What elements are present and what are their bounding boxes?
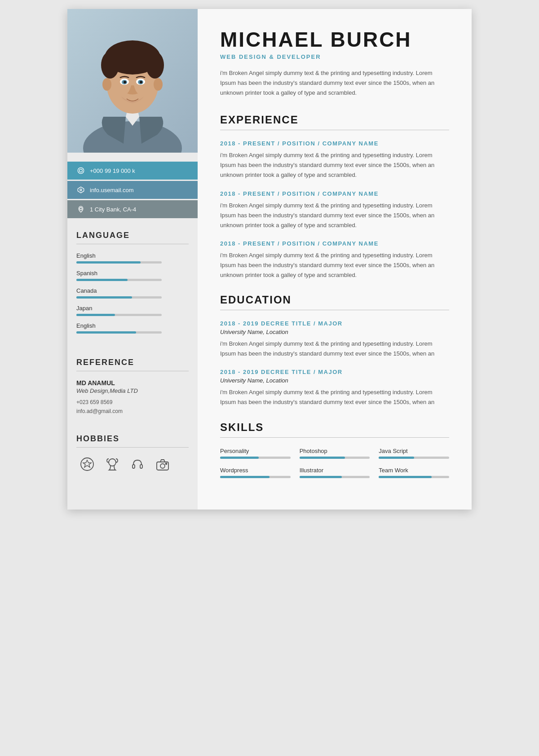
reference-divider — [76, 371, 189, 371]
edu-degree: 2018 - 2019 DECREE TITLE / MAJOR — [220, 320, 449, 327]
svg-point-11 — [109, 53, 123, 69]
address-text: 1 City Bank, CA-4 — [90, 206, 136, 213]
lang-bar-bg — [76, 314, 162, 316]
skill-item: Team Work — [379, 467, 449, 478]
exp-position: 2018 - PRESENT / POSITION / COMPANY NAME — [220, 240, 449, 247]
email-contact: info.usemail.com — [67, 181, 198, 199]
skill-name: Team Work — [379, 467, 449, 474]
skill-bar-bg — [379, 476, 449, 478]
football-icon — [79, 456, 96, 473]
skill-name: Java Script — [379, 448, 449, 454]
resume-container: +000 99 19 000 k info.usemail.com 1 City… — [67, 9, 472, 510]
language-item: English — [76, 252, 189, 264]
svg-marker-27 — [83, 460, 91, 467]
experience-section: EXPERIENCE 2018 - PRESENT / POSITION / C… — [220, 114, 449, 280]
exp-description: i'm Broken Angel simply dummy text & the… — [220, 201, 449, 230]
experience-divider — [220, 130, 449, 130]
profile-photo — [67, 9, 198, 153]
hobbies-section: HOBBIES — [67, 423, 198, 479]
language-item: Spanish — [76, 270, 189, 281]
skill-item: Personality — [220, 448, 291, 459]
phone-number: +000 99 19 000 k — [90, 167, 135, 174]
candidate-job-title: WEB DESIGN & DEVELOPER — [220, 53, 449, 60]
svg-point-33 — [160, 464, 165, 468]
reference-title: REFERENCE — [76, 358, 189, 367]
lang-name: English — [76, 322, 189, 329]
skill-bar-fill — [379, 457, 414, 459]
ref-contact-info: +023 659 8569 info.ad@gmail.com — [76, 398, 189, 416]
skills-title: SKILLS — [220, 421, 449, 434]
svg-point-28 — [109, 459, 116, 466]
skill-item: Photoshop — [300, 448, 370, 459]
phone-contact: +000 99 19 000 k — [67, 162, 198, 180]
skill-bar-fill — [220, 457, 259, 459]
left-column: +000 99 19 000 k info.usemail.com 1 City… — [67, 9, 198, 510]
address-contact: 1 City Bank, CA-4 — [67, 200, 198, 218]
camera-icon — [154, 456, 171, 473]
svg-point-22 — [80, 169, 83, 172]
svg-point-12 — [140, 51, 155, 68]
lang-bar-fill — [76, 296, 132, 299]
experience-item: 2018 - PRESENT / POSITION / COMPANY NAME… — [220, 190, 449, 230]
language-divider — [76, 244, 189, 244]
skill-bar-fill — [220, 476, 270, 478]
lang-bar-fill — [76, 279, 128, 281]
lang-bar-bg — [76, 296, 162, 299]
phone-icon — [76, 166, 85, 175]
svg-rect-31 — [140, 465, 142, 468]
lang-bar-bg — [76, 261, 162, 264]
edu-degree: 2018 - 2019 DECREE TITLE / MAJOR — [220, 369, 449, 375]
skill-item: Wordpress — [220, 467, 291, 478]
hobbies-title: HOBBIES — [76, 434, 189, 444]
ref-company: Web Design,Media LTD — [76, 387, 189, 394]
edu-description: i'm Broken Angel simply dummy text & the… — [220, 339, 449, 359]
skill-bar-bg — [220, 457, 291, 459]
skills-divider — [220, 437, 449, 438]
exp-position: 2018 - PRESENT / POSITION / COMPANY NAME — [220, 190, 449, 197]
lang-name: Japan — [76, 305, 189, 312]
experience-item: 2018 - PRESENT / POSITION / COMPANY NAME… — [220, 240, 449, 280]
headphones-icon — [129, 456, 146, 473]
svg-point-14 — [154, 78, 163, 91]
lang-name: Canada — [76, 287, 189, 294]
skill-bar-bg — [300, 476, 370, 478]
svg-rect-30 — [133, 465, 135, 468]
exp-description: i'm Broken Angel simply dummy text & the… — [220, 251, 449, 280]
svg-marker-23 — [78, 187, 84, 193]
svg-point-34 — [166, 463, 167, 464]
skill-item: Java Script — [379, 448, 449, 459]
svg-point-20 — [140, 81, 142, 84]
svg-point-25 — [80, 207, 82, 210]
location-icon — [76, 205, 85, 214]
ref-phone: +023 659 8569 — [76, 398, 189, 407]
skill-name: Illustrator — [300, 467, 370, 474]
contact-section: +000 99 19 000 k info.usemail.com 1 City… — [67, 162, 198, 218]
exp-position: 2018 - PRESENT / POSITION / COMPANY NAME — [220, 140, 449, 147]
skill-bar-bg — [300, 457, 370, 459]
lang-bar-fill — [76, 314, 115, 316]
lang-bar-fill — [76, 331, 136, 334]
skill-bar-fill — [300, 476, 342, 478]
language-item: Canada — [76, 287, 189, 299]
lang-name: Spanish — [76, 270, 189, 277]
skill-name: Wordpress — [220, 467, 291, 474]
education-title: EDUCATION — [220, 294, 449, 306]
svg-point-24 — [80, 189, 82, 191]
award-icon — [104, 456, 121, 473]
skill-name: Photoshop — [300, 448, 370, 454]
lang-bar-fill — [76, 261, 141, 264]
skill-item: Illustrator — [300, 467, 370, 478]
language-title: LANGUAGE — [76, 231, 189, 240]
exp-description: i'm Broken Angel simply dummy text & the… — [220, 150, 449, 180]
profile-summary: i'm Broken Angel simply dummy text & the… — [220, 68, 449, 98]
education-item: 2018 - 2019 DECREE TITLE / MAJOR Univers… — [220, 369, 449, 407]
svg-point-10 — [120, 44, 140, 60]
edu-university: University Name, Location — [220, 377, 449, 384]
experience-title: EXPERIENCE — [220, 114, 449, 126]
lang-name: English — [76, 252, 189, 259]
ref-name: MD ANAMUL — [76, 379, 189, 387]
email-address: info.usemail.com — [90, 187, 134, 193]
ref-email: info.ad@gmail.com — [76, 407, 189, 416]
svg-point-13 — [102, 78, 111, 91]
lang-bar-bg — [76, 279, 162, 281]
